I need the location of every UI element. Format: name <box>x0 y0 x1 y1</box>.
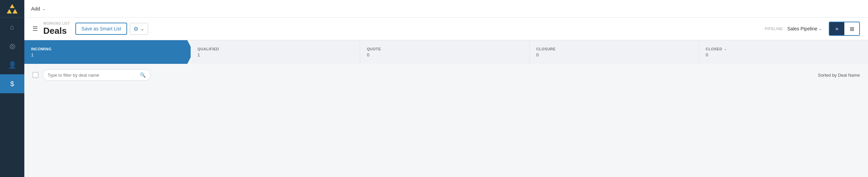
stage-incoming-count: 1 <box>31 52 51 57</box>
kanban-icon: » <box>836 26 839 32</box>
working-list-label: WORKING LIST <box>43 22 70 25</box>
stage-quote-name: QUOTE <box>367 47 381 51</box>
page-title: Deals <box>43 26 70 36</box>
gear-icon: ⚙ <box>134 26 138 32</box>
stage-qualified-count: 1 <box>197 52 219 57</box>
header-actions: Save as Smart List ⚙ ⌄ <box>75 23 148 35</box>
view-toggle: » ⊞ <box>829 22 860 36</box>
settings-button[interactable]: ⚙ ⌄ <box>130 23 148 35</box>
home-icon: ⌂ <box>10 23 14 31</box>
filter-left: 🔍 <box>32 69 151 81</box>
stage-closure-count: 0 <box>536 52 556 57</box>
stage-closure-name: CLOSURE <box>536 47 556 51</box>
filter-bar: 🔍 Sorted by Deal Name <box>24 64 868 86</box>
stage-closed-name: CLOSED <box>706 47 722 51</box>
sidebar: ⌂ ◎ 👤 $ <box>0 0 24 177</box>
header-right: PIPELINE: Sales Pipeline ⌄ » ⊞ <box>765 22 860 36</box>
sidebar-navigation: ⌂ ◎ 👤 $ <box>0 18 24 177</box>
stage-qualified-name: QUALIFIED <box>197 47 219 51</box>
pipeline-name: Sales Pipeline <box>787 26 817 31</box>
sidebar-item-home[interactable]: ⌂ <box>0 18 24 36</box>
sorted-label: Sorted by Deal Name <box>818 73 860 78</box>
save-smart-list-button[interactable]: Save as Smart List <box>75 23 127 35</box>
closed-chevron-icon: ⌄ <box>724 47 727 51</box>
sidebar-item-contacts[interactable]: 👤 <box>0 55 24 74</box>
select-all-checkbox[interactable] <box>32 72 39 78</box>
topbar: Add ⌄ <box>24 0 868 18</box>
pipeline-section: PIPELINE: Sales Pipeline ⌄ <box>765 26 822 31</box>
search-wrapper: 🔍 <box>43 69 151 81</box>
sidebar-item-target[interactable]: ◎ <box>0 36 24 55</box>
pipeline-selector[interactable]: Sales Pipeline ⌄ <box>787 26 822 31</box>
stage-closed[interactable]: CLOSED ⌄ 0 <box>699 40 868 64</box>
add-chevron-icon: ⌄ <box>42 6 46 11</box>
add-button[interactable]: Add ⌄ <box>31 6 46 11</box>
pipeline-label: PIPELINE: <box>765 27 784 31</box>
hamburger-icon[interactable]: ☰ <box>32 25 38 32</box>
grid-icon: ⊞ <box>850 26 854 32</box>
grid-view-button[interactable]: ⊞ <box>844 22 859 35</box>
stage-quote-count: 0 <box>367 52 381 57</box>
header-left: ☰ WORKING LIST Deals Save as Smart List … <box>32 22 148 36</box>
person-icon: 👤 <box>8 61 17 69</box>
logo-icon <box>7 3 18 14</box>
pipeline-chevron-icon: ⌄ <box>819 26 822 31</box>
search-input[interactable] <box>48 73 137 78</box>
search-icon: 🔍 <box>140 72 146 78</box>
stage-quote[interactable]: QUOTE 0 <box>360 40 529 64</box>
main-content: Add ⌄ ☰ WORKING LIST Deals Save as Smart… <box>24 0 868 177</box>
target-icon: ◎ <box>9 42 15 50</box>
stages-bar: INCOMING 1 QUALIFIED 1 QUOTE 0 CLOSURE 0 <box>24 40 868 64</box>
stage-closed-count: 0 <box>706 52 727 57</box>
stage-incoming-name: INCOMING <box>31 47 51 51</box>
add-label: Add <box>31 6 40 11</box>
dollar-icon: $ <box>10 80 14 88</box>
page-header: ☰ WORKING LIST Deals Save as Smart List … <box>24 18 868 40</box>
app-logo[interactable] <box>0 0 24 18</box>
stage-qualified[interactable]: QUALIFIED 1 <box>191 40 360 64</box>
stage-closure[interactable]: CLOSURE 0 <box>530 40 699 64</box>
settings-chevron-icon: ⌄ <box>140 26 144 31</box>
stage-incoming[interactable]: INCOMING 1 <box>24 40 193 64</box>
sidebar-item-deals[interactable]: $ <box>0 74 24 93</box>
title-group: WORKING LIST Deals <box>43 22 70 36</box>
kanban-view-button[interactable]: » <box>829 22 844 35</box>
